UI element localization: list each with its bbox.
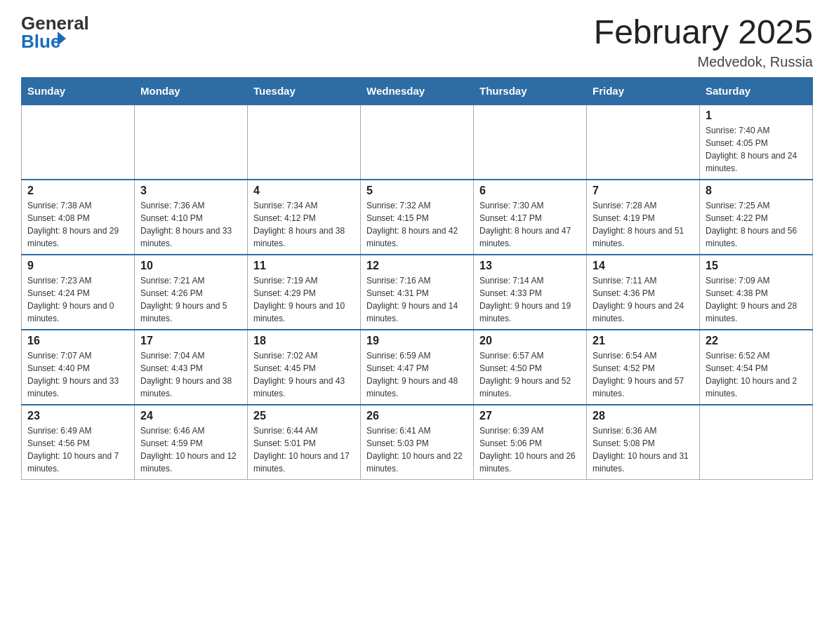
day-info: Sunrise: 6:49 AM Sunset: 4:56 PM Dayligh… — [27, 424, 128, 475]
logo-general: General — [21, 14, 89, 32]
calendar-cell — [700, 405, 813, 480]
calendar-cell — [22, 105, 135, 180]
calendar-week-3: 9Sunrise: 7:23 AM Sunset: 4:24 PM Daylig… — [22, 255, 813, 330]
calendar-cell: 23Sunrise: 6:49 AM Sunset: 4:56 PM Dayli… — [22, 405, 135, 480]
day-number: 1 — [706, 109, 807, 122]
calendar-cell: 8Sunrise: 7:25 AM Sunset: 4:22 PM Daylig… — [700, 180, 813, 255]
calendar-cell — [248, 105, 361, 180]
calendar-cell: 21Sunrise: 6:54 AM Sunset: 4:52 PM Dayli… — [587, 330, 700, 405]
day-number: 4 — [253, 185, 355, 197]
day-info: Sunrise: 7:07 AM Sunset: 4:40 PM Dayligh… — [27, 349, 128, 400]
calendar-cell: 18Sunrise: 7:02 AM Sunset: 4:45 PM Dayli… — [248, 330, 361, 405]
day-info: Sunrise: 7:28 AM Sunset: 4:19 PM Dayligh… — [593, 199, 694, 250]
calendar-header-monday: Monday — [135, 77, 248, 105]
calendar-header-sunday: Sunday — [22, 77, 135, 105]
calendar-cell — [474, 105, 587, 180]
title-area: February 2025 Medvedok, Russia — [594, 14, 813, 70]
calendar-cell — [361, 105, 474, 180]
calendar-cell: 24Sunrise: 6:46 AM Sunset: 4:59 PM Dayli… — [135, 405, 248, 480]
day-info: Sunrise: 7:23 AM Sunset: 4:24 PM Dayligh… — [27, 274, 128, 325]
calendar-cell: 12Sunrise: 7:16 AM Sunset: 4:31 PM Dayli… — [361, 255, 474, 330]
day-number: 28 — [593, 410, 694, 422]
day-number: 15 — [706, 260, 807, 272]
day-info: Sunrise: 7:34 AM Sunset: 4:12 PM Dayligh… — [253, 199, 355, 250]
calendar-cell: 26Sunrise: 6:41 AM Sunset: 5:03 PM Dayli… — [361, 405, 474, 480]
day-number: 25 — [253, 410, 355, 422]
day-number: 27 — [479, 410, 581, 422]
calendar-cell: 3Sunrise: 7:36 AM Sunset: 4:10 PM Daylig… — [135, 180, 248, 255]
calendar-cell: 13Sunrise: 7:14 AM Sunset: 4:33 PM Dayli… — [474, 255, 587, 330]
calendar-cell — [587, 105, 700, 180]
day-info: Sunrise: 7:04 AM Sunset: 4:43 PM Dayligh… — [140, 349, 241, 400]
calendar-cell: 6Sunrise: 7:30 AM Sunset: 4:17 PM Daylig… — [474, 180, 587, 255]
day-info: Sunrise: 6:57 AM Sunset: 4:50 PM Dayligh… — [479, 349, 581, 400]
calendar-header-row: SundayMondayTuesdayWednesdayThursdayFrid… — [22, 77, 813, 105]
calendar-cell: 25Sunrise: 6:44 AM Sunset: 5:01 PM Dayli… — [248, 405, 361, 480]
day-info: Sunrise: 6:46 AM Sunset: 4:59 PM Dayligh… — [140, 424, 241, 475]
day-info: Sunrise: 7:36 AM Sunset: 4:10 PM Dayligh… — [140, 199, 241, 250]
calendar-cell: 14Sunrise: 7:11 AM Sunset: 4:36 PM Dayli… — [587, 255, 700, 330]
day-number: 22 — [706, 335, 807, 347]
day-info: Sunrise: 6:59 AM Sunset: 4:47 PM Dayligh… — [366, 349, 468, 400]
day-number: 3 — [140, 185, 241, 197]
calendar-cell: 5Sunrise: 7:32 AM Sunset: 4:15 PM Daylig… — [361, 180, 474, 255]
logo-blue: Blue — [21, 32, 60, 51]
day-info: Sunrise: 7:32 AM Sunset: 4:15 PM Dayligh… — [366, 199, 468, 250]
calendar-cell: 22Sunrise: 6:52 AM Sunset: 4:54 PM Dayli… — [700, 330, 813, 405]
day-number: 2 — [27, 185, 128, 197]
day-info: Sunrise: 6:52 AM Sunset: 4:54 PM Dayligh… — [706, 349, 807, 400]
day-info: Sunrise: 6:36 AM Sunset: 5:08 PM Dayligh… — [593, 424, 694, 475]
day-info: Sunrise: 7:40 AM Sunset: 4:05 PM Dayligh… — [706, 124, 807, 175]
day-info: Sunrise: 7:16 AM Sunset: 4:31 PM Dayligh… — [366, 274, 468, 325]
day-number: 18 — [253, 335, 355, 347]
logo: General Blue — [21, 14, 89, 51]
calendar-cell: 19Sunrise: 6:59 AM Sunset: 4:47 PM Dayli… — [361, 330, 474, 405]
day-number: 6 — [479, 185, 581, 197]
day-info: Sunrise: 7:09 AM Sunset: 4:38 PM Dayligh… — [706, 274, 807, 325]
logo-arrow-icon — [58, 32, 66, 46]
calendar-cell: 28Sunrise: 6:36 AM Sunset: 5:08 PM Dayli… — [587, 405, 700, 480]
day-number: 24 — [140, 410, 241, 422]
day-number: 11 — [253, 260, 355, 272]
day-number: 23 — [27, 410, 128, 422]
calendar-cell: 7Sunrise: 7:28 AM Sunset: 4:19 PM Daylig… — [587, 180, 700, 255]
day-info: Sunrise: 7:19 AM Sunset: 4:29 PM Dayligh… — [253, 274, 355, 325]
day-number: 17 — [140, 335, 241, 347]
day-info: Sunrise: 6:54 AM Sunset: 4:52 PM Dayligh… — [593, 349, 694, 400]
calendar-cell: 20Sunrise: 6:57 AM Sunset: 4:50 PM Dayli… — [474, 330, 587, 405]
calendar-cell: 15Sunrise: 7:09 AM Sunset: 4:38 PM Dayli… — [700, 255, 813, 330]
calendar-header-tuesday: Tuesday — [248, 77, 361, 105]
day-info: Sunrise: 7:25 AM Sunset: 4:22 PM Dayligh… — [706, 199, 807, 250]
calendar-header-saturday: Saturday — [700, 77, 813, 105]
day-number: 20 — [479, 335, 581, 347]
calendar-header-wednesday: Wednesday — [361, 77, 474, 105]
day-number: 9 — [27, 260, 128, 272]
calendar-cell: 27Sunrise: 6:39 AM Sunset: 5:06 PM Dayli… — [474, 405, 587, 480]
calendar-cell: 4Sunrise: 7:34 AM Sunset: 4:12 PM Daylig… — [248, 180, 361, 255]
location: Medvedok, Russia — [594, 54, 813, 70]
day-number: 19 — [366, 335, 468, 347]
day-info: Sunrise: 6:44 AM Sunset: 5:01 PM Dayligh… — [253, 424, 355, 475]
calendar-cell: 10Sunrise: 7:21 AM Sunset: 4:26 PM Dayli… — [135, 255, 248, 330]
calendar-cell: 2Sunrise: 7:38 AM Sunset: 4:08 PM Daylig… — [22, 180, 135, 255]
day-number: 16 — [27, 335, 128, 347]
calendar-week-2: 2Sunrise: 7:38 AM Sunset: 4:08 PM Daylig… — [22, 180, 813, 255]
calendar-header-thursday: Thursday — [474, 77, 587, 105]
day-number: 7 — [593, 185, 694, 197]
calendar-week-4: 16Sunrise: 7:07 AM Sunset: 4:40 PM Dayli… — [22, 330, 813, 405]
calendar-week-1: 1Sunrise: 7:40 AM Sunset: 4:05 PM Daylig… — [22, 105, 813, 180]
day-info: Sunrise: 7:02 AM Sunset: 4:45 PM Dayligh… — [253, 349, 355, 400]
day-number: 8 — [706, 185, 807, 197]
day-number: 10 — [140, 260, 241, 272]
calendar-cell: 11Sunrise: 7:19 AM Sunset: 4:29 PM Dayli… — [248, 255, 361, 330]
day-info: Sunrise: 7:38 AM Sunset: 4:08 PM Dayligh… — [27, 199, 128, 250]
day-info: Sunrise: 7:30 AM Sunset: 4:17 PM Dayligh… — [479, 199, 581, 250]
calendar-header-friday: Friday — [587, 77, 700, 105]
month-title: February 2025 — [594, 14, 813, 51]
calendar-cell: 17Sunrise: 7:04 AM Sunset: 4:43 PM Dayli… — [135, 330, 248, 405]
day-number: 12 — [366, 260, 468, 272]
page-header: General Blue February 2025 Medvedok, Rus… — [21, 14, 813, 70]
day-info: Sunrise: 6:39 AM Sunset: 5:06 PM Dayligh… — [479, 424, 581, 475]
day-info: Sunrise: 7:11 AM Sunset: 4:36 PM Dayligh… — [593, 274, 694, 325]
day-info: Sunrise: 6:41 AM Sunset: 5:03 PM Dayligh… — [366, 424, 468, 475]
